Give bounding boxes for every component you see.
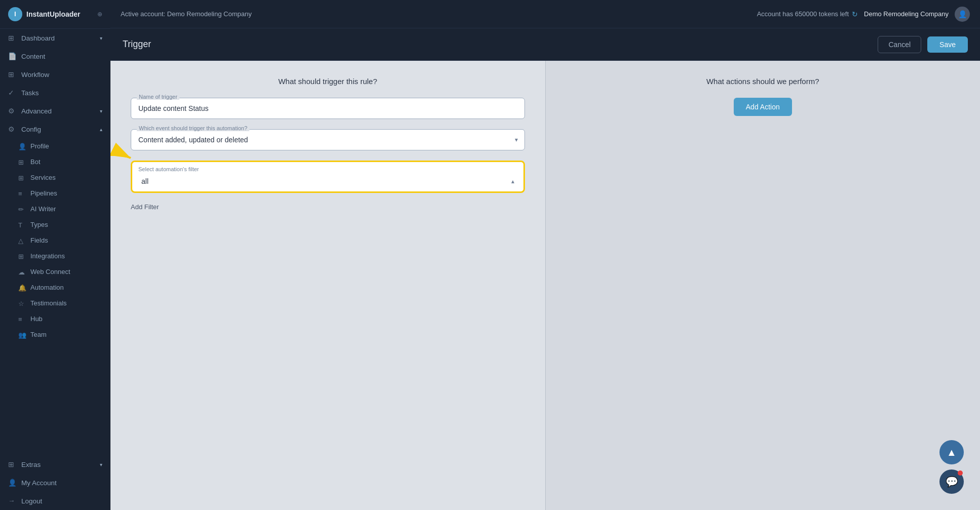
logout-icon: →	[8, 497, 16, 505]
team-icon: 👥	[18, 331, 25, 338]
event-trigger-label: Which event should trigger this automati…	[137, 125, 249, 131]
event-trigger-group: Which event should trigger this automati…	[131, 129, 525, 150]
sidebar-item-label: Services	[30, 174, 56, 181]
ai-writer-icon: ✏	[18, 206, 25, 213]
sidebar-item-label: Team	[30, 331, 47, 338]
sidebar-item-pipelines[interactable]: ≡ Pipelines	[0, 185, 110, 201]
sidebar-item-hub[interactable]: ≡ Hub	[0, 311, 110, 327]
dashboard-icon: ⊞	[8, 34, 16, 42]
sidebar-item-extras[interactable]: ⊞ Extras ▾	[0, 455, 110, 474]
main-content: Active account: Demo Remodeling Company …	[110, 0, 980, 510]
save-button[interactable]: Save	[927, 36, 968, 53]
sidebar-item-content[interactable]: 📄 Content	[0, 47, 110, 65]
sidebar-item-config[interactable]: ⚙ Config ▴	[0, 120, 110, 138]
sidebar: I InstantUploader ⊕ ⊞ Dashboard ▾ 📄 Cont…	[0, 0, 110, 510]
hub-icon: ≡	[18, 316, 25, 323]
sidebar-item-integrations[interactable]: ⊞ Integrations	[0, 248, 110, 264]
sidebar-item-label: Extras	[21, 461, 41, 468]
cancel-button[interactable]: Cancel	[878, 36, 921, 53]
fields-icon: △	[18, 237, 25, 244]
bot-icon: ⊞	[18, 159, 25, 166]
tokens-info: Account has 650000 tokens left ↻	[757, 10, 858, 18]
add-action-button[interactable]: Add Action	[734, 98, 792, 116]
content-icon: 📄	[8, 52, 16, 60]
advanced-icon: ⚙	[8, 107, 16, 115]
filter-trigger-label: Select automation's filter	[134, 165, 203, 172]
sidebar-item-team[interactable]: 👥 Team	[0, 327, 110, 342]
sidebar-item-label: Types	[30, 221, 48, 228]
workflow-icon: ⊞	[8, 70, 16, 79]
sidebar-item-label: Config	[21, 126, 41, 133]
topbar-right: Account has 650000 tokens left ↻ Demo Re…	[757, 7, 970, 22]
sidebar-logo[interactable]: I InstantUploader ⊕	[0, 0, 110, 29]
sidebar-item-label: Pipelines	[30, 189, 57, 197]
scroll-top-button[interactable]: ▲	[939, 440, 964, 464]
sidebar-item-label: Bot	[30, 158, 41, 166]
sidebar-item-tasks[interactable]: ✓ Tasks	[0, 84, 110, 102]
chevron-down-icon: ▾	[100, 108, 102, 114]
name-trigger-label: Name of trigger	[137, 94, 179, 100]
my-account-icon: 👤	[8, 479, 16, 487]
sidebar-item-label: Automation	[30, 284, 64, 291]
refresh-icon[interactable]: ↻	[852, 10, 858, 18]
name-trigger-input[interactable]	[131, 98, 525, 119]
filter-trigger-select[interactable]: all	[134, 173, 521, 189]
types-icon: T	[18, 221, 25, 228]
sidebar-item-advanced[interactable]: ⚙ Advanced ▾	[0, 102, 110, 120]
logo-icon: I	[8, 7, 22, 21]
services-icon: ⊞	[18, 174, 25, 181]
filter-select-group: Select automation's filter all ▴	[131, 161, 525, 193]
extras-icon: ⊞	[8, 460, 16, 468]
sidebar-item-logout[interactable]: → Logout	[0, 492, 110, 510]
chevron-up-icon: ▴	[100, 127, 102, 132]
sidebar-item-my-account[interactable]: 👤 My Account	[0, 474, 110, 492]
sidebar-item-services[interactable]: ⊞ Services	[0, 170, 110, 185]
event-trigger-select[interactable]: Content added, updated or deleted	[131, 129, 525, 150]
topbar: Active account: Demo Remodeling Company …	[110, 0, 980, 28]
profile-icon: 👤	[18, 143, 25, 150]
trigger-bar: Trigger Cancel Save	[110, 28, 980, 61]
event-select-wrapper: Content added, updated or deleted ▾	[131, 129, 525, 150]
sidebar-item-label: Testimonials	[30, 299, 67, 307]
chevron-up-icon: ▲	[947, 447, 957, 458]
sidebar-item-label: Advanced	[21, 107, 52, 115]
sidebar-item-label: Logout	[21, 497, 42, 505]
trigger-actions: Cancel Save	[878, 36, 968, 53]
chevron-down-icon: ▾	[100, 35, 102, 41]
actions-panel: What actions should we perform? Add Acti…	[546, 61, 981, 510]
web-connect-icon: ☁	[18, 268, 25, 276]
logo-text: InstantUploader	[26, 10, 81, 18]
company-name: Demo Remodeling Company	[864, 10, 949, 18]
sidebar-item-label: Workflow	[21, 71, 49, 79]
chevron-down-icon: ▾	[100, 462, 102, 467]
pin-icon: ⊕	[97, 11, 102, 18]
sidebar-item-web-connect[interactable]: ☁ Web Connect	[0, 264, 110, 280]
sidebar-item-types[interactable]: T Types	[0, 217, 110, 232]
avatar: 👤	[955, 7, 970, 22]
name-of-trigger-group: Name of trigger	[131, 98, 525, 119]
content-area: Trigger Cancel Save What should trigger …	[110, 28, 980, 510]
sidebar-item-label: Tasks	[21, 89, 39, 97]
sidebar-item-bot[interactable]: ⊞ Bot	[0, 154, 110, 170]
add-filter-link[interactable]: Add Filter	[131, 201, 525, 213]
active-account-label: Active account: Demo Remodeling Company	[121, 10, 252, 18]
sidebar-item-label: Integrations	[30, 252, 65, 260]
sidebar-item-label: My Account	[21, 479, 57, 487]
sidebar-item-fields[interactable]: △ Fields	[0, 232, 110, 248]
testimonials-icon: ☆	[18, 300, 25, 307]
integrations-icon: ⊞	[18, 253, 25, 260]
sidebar-item-ai-writer[interactable]: ✏ AI Writer	[0, 201, 110, 217]
sidebar-item-workflow[interactable]: ⊞ Workflow	[0, 65, 110, 84]
sidebar-item-profile[interactable]: 👤 Profile	[0, 138, 110, 154]
sidebar-item-testimonials[interactable]: ☆ Testimonials	[0, 295, 110, 311]
left-heading: What should trigger this rule?	[131, 77, 525, 86]
filter-select-wrapper: all ▴	[134, 173, 521, 189]
sidebar-item-label: AI Writer	[30, 205, 56, 213]
sidebar-item-dashboard[interactable]: ⊞ Dashboard ▾	[0, 29, 110, 47]
sidebar-item-automation[interactable]: 🔔 Automation	[0, 280, 110, 295]
trigger-panel: What should trigger this rule? Name of t…	[110, 61, 546, 510]
sidebar-item-label: Hub	[30, 315, 43, 323]
automation-icon: 🔔	[18, 284, 25, 291]
sidebar-item-label: Content	[21, 53, 45, 60]
chat-button[interactable]: 💬	[939, 469, 964, 494]
